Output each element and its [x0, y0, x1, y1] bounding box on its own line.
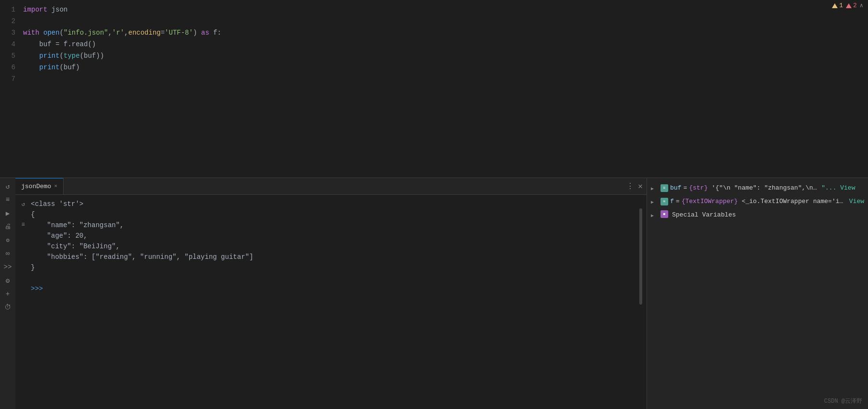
add-button[interactable]: + — [2, 289, 13, 299]
error-triangle-icon — [846, 3, 852, 8]
variable-row-buf[interactable]: ▶ ≡ buf = {str} '{"\n "name": "zhangsan"… — [647, 182, 868, 195]
terminal-left-icons: ↺ ≡ — [15, 199, 31, 405]
terminal-content[interactable]: <class 'str'> { "name": "zhangsan", "age… — [31, 199, 639, 405]
buf-icon: ≡ — [661, 184, 668, 192]
chevron-up-icon[interactable]: ∧ — [860, 2, 863, 9]
expand-f-icon: ▶ — [651, 197, 659, 207]
editor-top-bar: 1 2 ∧ — [827, 0, 868, 11]
line-content-1: import json — [23, 4, 868, 15]
warning-badge: 1 — [832, 2, 843, 9]
variables-content: ▶ ≡ buf = {str} '{"\n "name": "zhangsan"… — [647, 178, 868, 297]
scrollbar-thumb — [639, 208, 642, 305]
error-count: 2 — [853, 2, 857, 9]
line-content-4: buf = f.read() — [23, 38, 868, 50]
terminal-tab-jsonDemo[interactable]: jsonDemo × — [15, 178, 64, 194]
terminal-icon-2: ≡ — [18, 220, 28, 230]
close-panel-icon[interactable]: ✕ — [638, 181, 643, 191]
code-line-5: 5 print(type(buf)) — [0, 50, 868, 62]
warning-triangle-icon — [832, 3, 838, 8]
code-line-4: 4 buf = f.read() — [0, 38, 868, 50]
step-button[interactable]: ⚙ — [2, 235, 13, 245]
special-icon: ■ — [661, 210, 668, 218]
more-button[interactable]: >> — [2, 262, 13, 272]
terminal-icon-1: ↺ — [18, 200, 28, 209]
bottom-panel: ↺ ≡ ▶ 🖨 ⚙ ∞ >> ⚙ + ⏱ jsonDemo × ⋮ ✕ ↺ ≡ — [0, 178, 868, 409]
code-editor: 1 2 ∧ 1 import json 2 3 with open("info.… — [0, 0, 868, 178]
code-line-2: 2 — [0, 15, 868, 27]
f-type: {TextIOWrapper} — [682, 197, 738, 206]
expand-special-icon: ▶ — [651, 210, 659, 221]
warning-count: 1 — [839, 2, 843, 9]
more-tabs-icon[interactable]: ⋮ — [626, 181, 634, 191]
line-number-1: 1 — [0, 4, 23, 15]
clock-button[interactable]: ⏱ — [2, 302, 13, 313]
terminal-scrollbar[interactable] — [639, 199, 643, 405]
tabs-bar: jsonDemo × ⋮ ✕ — [15, 178, 647, 195]
print-button[interactable]: 🖨 — [2, 221, 13, 232]
list-button[interactable]: ≡ — [2, 194, 13, 205]
code-line-7: 7 — [0, 73, 868, 85]
run-button[interactable]: ▶ — [2, 208, 13, 218]
tabs-right-controls: ⋮ ✕ — [626, 181, 647, 191]
line-number-3: 3 — [0, 27, 23, 38]
tab-label: jsonDemo — [21, 183, 51, 190]
line-content-3: with open("info.json",'r',encoding='UTF-… — [23, 27, 868, 38]
line-content-6: print(buf) — [23, 62, 868, 73]
f-eq: = — [676, 197, 680, 206]
error-badge: 2 — [846, 2, 857, 9]
f-name: f — [670, 197, 674, 206]
reload-button[interactable]: ↺ — [2, 181, 13, 192]
f-icon: ≡ — [661, 198, 668, 205]
code-line-1: 1 import json — [0, 4, 868, 15]
left-toolbar: ↺ ≡ ▶ 🖨 ⚙ ∞ >> ⚙ + ⏱ — [0, 178, 15, 409]
line-number-6: 6 — [0, 62, 23, 73]
variable-row-special[interactable]: ▶ ■ Special Variables — [647, 209, 868, 222]
settings-button[interactable]: ⚙ — [2, 275, 13, 286]
line-number-2: 2 — [0, 15, 23, 27]
f-view-link[interactable]: View — [849, 197, 864, 206]
infinity-button[interactable]: ∞ — [2, 248, 13, 259]
buf-view-link[interactable]: "... View — [821, 183, 855, 193]
line-number-5: 5 — [0, 50, 23, 62]
code-lines: 1 import json 2 3 with open("info.json",… — [0, 0, 868, 85]
buf-value: '{"\n "name": "zhangsan",\n "age": 20,\n — [712, 183, 817, 193]
terminal-output: ↺ ≡ <class 'str'> { "name": "zhangsan", … — [15, 195, 647, 409]
buf-type: {str} — [689, 183, 708, 193]
buf-eq: = — [683, 183, 687, 193]
expand-buf-icon: ▶ — [651, 183, 659, 194]
code-line-3: 3 with open("info.json",'r',encoding='UT… — [0, 27, 868, 38]
variables-panel: ▶ ≡ buf = {str} '{"\n "name": "zhangsan"… — [647, 178, 868, 409]
line-content-5: print(type(buf)) — [23, 50, 868, 62]
terminal-section: jsonDemo × ⋮ ✕ ↺ ≡ <class 'str'> { "name… — [15, 178, 647, 409]
tab-close-button[interactable]: × — [54, 184, 57, 189]
code-line-6: 6 print(buf) — [0, 62, 868, 73]
buf-name: buf — [670, 183, 681, 193]
watermark: CSDN @云泽野 — [824, 397, 862, 405]
variable-row-f[interactable]: ▶ ≡ f = {TextIOWrapper} <_io.TextIOWrapp… — [647, 195, 868, 209]
special-vars-label: Special Variables — [672, 210, 736, 220]
f-value: <_io.TextIOWrapper name='info.json' ... — [742, 197, 845, 206]
line-number-7: 7 — [0, 73, 23, 85]
line-number-4: 4 — [0, 38, 23, 50]
